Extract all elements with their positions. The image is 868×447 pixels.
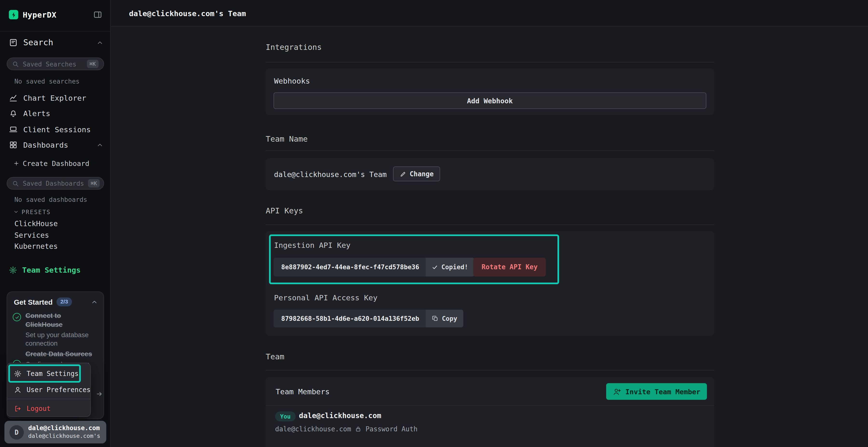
sidebar-item-alerts[interactable]: Alerts	[9, 107, 104, 119]
invite-label: Invite Team Member	[625, 387, 701, 396]
user-name: dale@clickhouse.com	[28, 424, 100, 432]
gear-icon	[9, 266, 17, 274]
shortcut-badge: ⌘K	[88, 179, 100, 187]
lock-icon	[355, 426, 362, 433]
personal-key-box: 87982668-58b1-4d6e-a620-014a136f52eb Cop…	[273, 310, 463, 327]
shortcut-badge: ⌘K	[87, 60, 98, 68]
nav-label: Client Sessions	[23, 125, 91, 134]
pencil-icon	[400, 171, 406, 177]
nav-label: Dashboards	[23, 140, 68, 149]
hyperdx-app: HyperDX Search Saved Searches ⌘K No save…	[0, 0, 868, 447]
grid-icon	[9, 140, 18, 149]
webhooks-label: Webhooks	[274, 76, 310, 85]
personal-key-value: 87982668-58b1-4d6e-a620-014a136f52eb	[273, 310, 426, 327]
chevron-down-icon	[13, 209, 19, 215]
presets-toggle[interactable]: PRESETS	[13, 209, 51, 215]
ingestion-key-box: 8e887902-4ed7-44ea-8fec-f47cd578be36 Cop…	[273, 258, 474, 276]
section-rule	[266, 225, 714, 225]
copy-label: Copy	[442, 314, 457, 322]
personal-key-label: Personal API Access Key	[274, 293, 377, 302]
user-team: dale@clickhouse.com's	[28, 433, 100, 440]
avatar: D	[9, 425, 24, 439]
copied-button[interactable]: Copied!	[426, 258, 474, 276]
user-plus-icon	[613, 387, 621, 396]
sidebar-item-team-settings[interactable]: Team Settings	[9, 265, 81, 274]
section-rule	[266, 62, 714, 62]
sidebar-item-dashboards[interactable]: Dashboards	[9, 139, 104, 151]
current-user-button[interactable]: D dale@clickhouse.com dale@clickhouse.co…	[4, 421, 106, 443]
brand-row: HyperDX	[9, 10, 102, 19]
menu-item-label: Logout	[27, 404, 51, 412]
arrow-right-icon[interactable]	[96, 390, 103, 398]
menu-item-logout[interactable]: Logout	[7, 400, 90, 416]
change-team-name-button[interactable]: Change	[393, 166, 440, 181]
rotate-label: Rotate API Key	[482, 263, 537, 271]
member-meta: dale@clickhouse.com Password Auth	[275, 425, 417, 433]
chart-icon	[9, 94, 18, 102]
logout-icon	[14, 404, 22, 412]
member-email: dale@clickhouse.com	[275, 425, 351, 433]
laptop-icon	[9, 125, 18, 134]
team-settings-label: Team Settings	[22, 265, 81, 274]
menu-item-user-preferences[interactable]: User Preferences	[7, 381, 90, 398]
saved-dashboards-placeholder: Saved Dashboards	[23, 179, 84, 187]
get-started-item-subtitle: Set up your database connection	[26, 331, 99, 348]
menu-item-label: Team Settings	[27, 370, 79, 377]
create-dashboard-button[interactable]: Create Dashboard	[13, 159, 89, 167]
plus-icon	[13, 161, 19, 166]
get-started-header[interactable]: Get Started 2/3	[14, 298, 98, 306]
menu-item-label: User Preferences	[27, 386, 90, 393]
get-started-item-connect[interactable]: Connect to ClickHouse Set up your databa…	[13, 312, 101, 348]
ingestion-key-label: Ingestion API Key	[274, 241, 350, 249]
copied-label: Copied!	[441, 263, 468, 271]
copy-button[interactable]: Copy	[426, 310, 463, 327]
menu-item-team-settings[interactable]: Team Settings	[7, 366, 90, 382]
get-started-item-title: Create Data Sources	[26, 350, 99, 359]
saved-searches-placeholder: Saved Searches	[23, 60, 76, 68]
no-saved-dashboards-note: No saved dashboards	[14, 196, 87, 204]
invite-team-member-button[interactable]: Invite Team Member	[606, 383, 707, 400]
add-webhook-label: Add Webhook	[467, 97, 513, 105]
api-keys-heading: API Keys	[266, 206, 303, 215]
api-keys-card: Ingestion API Key 8e887902-4ed7-44ea-8fe…	[266, 231, 714, 336]
presets-label: PRESETS	[22, 209, 51, 215]
team-members-header: Team Members Invite Team Member	[266, 377, 714, 406]
preset-services[interactable]: Services	[14, 231, 49, 239]
search-icon	[12, 180, 19, 187]
ingestion-key-value: 8e887902-4ed7-44ea-8fec-f47cd578be36	[273, 258, 426, 276]
no-saved-searches-note: No saved searches	[14, 77, 80, 85]
hyperdx-logo-icon	[9, 10, 18, 19]
sidebar-item-chart-explorer[interactable]: Chart Explorer	[9, 92, 104, 104]
section-rule	[266, 370, 714, 370]
preset-kubernetes[interactable]: Kubernetes	[14, 242, 58, 250]
member-auth: Password Auth	[366, 425, 417, 433]
get-started-title: Get Started	[14, 298, 53, 306]
rotate-api-key-button[interactable]: Rotate API Key	[473, 258, 546, 276]
get-started-progress-badge: 2/3	[56, 298, 72, 306]
member-name: dale@clickhouse.com	[299, 411, 381, 419]
team-members-card: Team Members Invite Team Member You dale…	[266, 377, 714, 447]
saved-searches-input[interactable]: Saved Searches ⌘K	[7, 58, 104, 70]
search-section-icon	[9, 38, 18, 47]
chevron-up-icon[interactable]	[91, 299, 98, 306]
menu-divider	[7, 399, 90, 399]
saved-dashboards-input[interactable]: Saved Dashboards ⌘K	[7, 177, 104, 190]
user-menu-popup: Team Settings User Preferences Logout	[7, 363, 91, 417]
brand-name: HyperDX	[23, 10, 56, 19]
preset-clickhouse[interactable]: ClickHouse	[14, 219, 58, 228]
change-label: Change	[410, 170, 434, 178]
webhooks-card: Webhooks Add Webhook	[266, 69, 714, 115]
team-name-heading: Team Name	[266, 134, 308, 143]
sidebar-collapse-icon[interactable]	[93, 10, 102, 19]
sidebar-section-search[interactable]: Search	[9, 37, 104, 49]
chevron-up-icon[interactable]	[96, 39, 103, 46]
chevron-up-icon[interactable]	[96, 141, 103, 148]
team-members-title: Team Members	[276, 387, 330, 396]
add-webhook-button[interactable]: Add Webhook	[273, 92, 706, 109]
page-title: dale@clickhouse.com's Team	[129, 0, 246, 27]
team-name-card: dale@clickhouse.com's Team Change	[266, 158, 714, 190]
sidebar-item-client-sessions[interactable]: Client Sessions	[9, 123, 104, 136]
bell-icon	[9, 109, 18, 118]
you-badge: You	[275, 411, 296, 421]
team-heading: Team	[266, 352, 284, 361]
